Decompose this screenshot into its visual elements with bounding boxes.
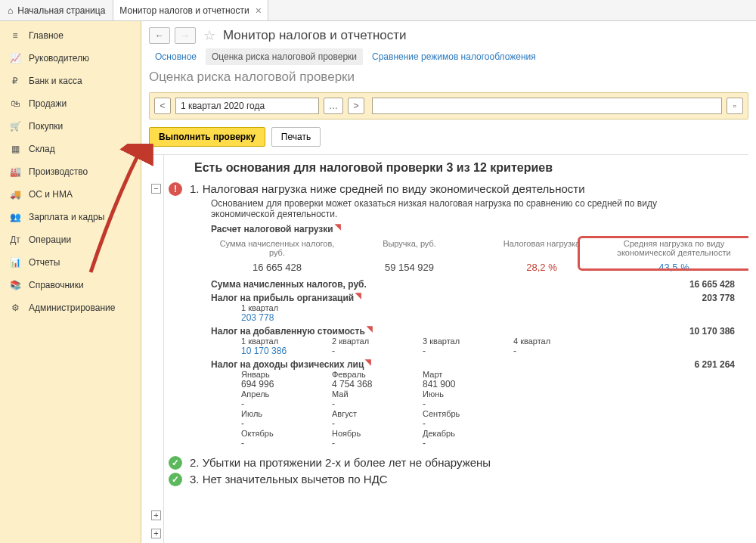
crit-title-text: Налоговая нагрузка ниже средней по виду … <box>203 182 585 195</box>
journal-icon: Дт <box>9 234 21 245</box>
alert-icon: ! <box>169 182 182 196</box>
home-icon: ⌂ <box>8 5 13 16</box>
sum-label: Сумма начисленных налогов, руб. <box>211 279 367 290</box>
sidebar-label: Зарплата и кадры <box>29 212 104 222</box>
criterion-1: ! 1. Налоговая нагрузка ниже средней по … <box>169 182 748 448</box>
sidebar-label: Склад <box>29 144 55 154</box>
sidebar-item-bank[interactable]: ₽Банк и касса <box>0 70 141 92</box>
book-icon: 📚 <box>9 280 21 290</box>
main-content: ← → ☆ Монитор налогов и отчетности Основ… <box>141 21 756 543</box>
sidebar-label: ОС и НМА <box>29 189 73 200</box>
sidebar-item-admin[interactable]: ⚙Администрирование <box>0 296 141 319</box>
sidebar-item-reports[interactable]: 📊Отчеты <box>0 251 141 274</box>
sidebar-label: Отчеты <box>29 257 60 268</box>
collapse-button[interactable]: − <box>151 184 161 194</box>
ruble-icon: ₽ <box>9 76 21 86</box>
org-open-button[interactable]: ▫ <box>727 98 743 114</box>
run-check-button[interactable]: Выполнить проверку <box>149 127 265 147</box>
tax-load-value: 28,2 % <box>476 260 608 275</box>
forward-button[interactable]: → <box>175 27 196 44</box>
calc-heading: Расчет налоговой нагрузки◥ <box>211 224 748 234</box>
chart-icon: 📈 <box>9 53 21 64</box>
sum-row: Сумма начисленных налогов, руб. 16 665 4… <box>211 279 748 290</box>
expand-button-2[interactable]: + <box>151 510 161 520</box>
sidebar-label: Главное <box>29 30 64 41</box>
calc-value: 16 665 428 <box>211 260 343 275</box>
sidebar-label: Руководителю <box>29 53 89 64</box>
sidebar: ≡Главное 📈Руководителю ₽Банк и касса 🛍Пр… <box>0 21 141 543</box>
col-head: Средняя нагрузка по виду экономической д… <box>608 236 740 260</box>
top-tab-bar: ⌂ Начальная страница Монитор налогов и о… <box>0 0 756 21</box>
sidebar-label: Операции <box>29 234 71 245</box>
sub-nav: Основное Оценка риска налоговой проверки… <box>149 48 748 65</box>
report-area: − + + Есть основания для налоговой прове… <box>149 154 748 543</box>
people-icon: 👥 <box>9 212 21 222</box>
tab-label: Монитор налогов и отчетности <box>119 5 249 16</box>
sidebar-item-assets[interactable]: 🚚ОС и НМА <box>0 183 141 206</box>
subtab-compare[interactable]: Сравнение режимов налогообложения <box>366 48 542 65</box>
period-field[interactable]: 1 квартал 2020 года <box>175 98 319 114</box>
favorite-icon[interactable]: ☆ <box>203 27 215 44</box>
sidebar-item-directories[interactable]: 📚Справочники <box>0 274 141 296</box>
expand-button-3[interactable]: + <box>151 529 161 538</box>
home-tab-label: Начальная страница <box>17 5 105 16</box>
sum-value: 16 665 428 <box>689 279 735 290</box>
subtab-risk[interactable]: Оценка риска налоговой проверки <box>206 48 363 65</box>
sidebar-label: Администрирование <box>29 303 115 313</box>
crit-description: Основанием для проверки может оказаться … <box>211 198 710 219</box>
sidebar-item-purchases[interactable]: 🛒Покупки <box>0 115 141 138</box>
pit-block: Налог на доходы физических лиц◥6 291 264… <box>211 359 748 448</box>
criterion-2: ✓ 2. Убытки на протяжении 2-х и более ле… <box>169 456 748 470</box>
vat-block: Налог на добавленную стоимость◥10 170 38… <box>211 326 748 356</box>
print-button[interactable]: Печать <box>271 127 321 147</box>
bag-icon: 🛍 <box>9 98 21 109</box>
profit-tax-block: Налог на прибыль организаций◥203 778 1 к… <box>211 293 748 323</box>
criteria-heading: Есть основания для налоговой проверки 3 … <box>194 161 748 175</box>
check-icon: ✓ <box>169 456 182 470</box>
home-tab[interactable]: ⌂ Начальная страница <box>0 0 113 20</box>
period-toolbar: < 1 квартал 2020 года … > ▫ <box>149 92 748 119</box>
sidebar-item-sales[interactable]: 🛍Продажи <box>0 92 141 115</box>
period-picker-button[interactable]: … <box>324 98 343 114</box>
close-icon[interactable]: × <box>256 5 262 17</box>
tab-monitor[interactable]: Монитор налогов и отчетности × <box>113 0 268 20</box>
factory-icon: 🏭 <box>9 166 21 177</box>
period-next-button[interactable]: > <box>348 98 364 114</box>
sidebar-item-main[interactable]: ≡Главное <box>0 24 141 47</box>
organization-field[interactable] <box>372 98 722 114</box>
report-icon: 📊 <box>9 257 21 268</box>
sidebar-item-manager[interactable]: 📈Руководителю <box>0 47 141 70</box>
sidebar-label: Продажи <box>29 98 67 109</box>
col-head: Сумма начисленных налогов, руб. <box>211 236 343 260</box>
back-button[interactable]: ← <box>149 27 170 44</box>
boxes-icon: ▦ <box>9 144 21 154</box>
sidebar-label: Покупки <box>29 121 63 132</box>
page-title: Монитор налогов и отчетности <box>223 28 407 43</box>
col-head: Налоговая нагрузка <box>476 236 608 260</box>
criterion-3: ✓ 3. Нет значительных вычетов по НДС <box>169 473 748 486</box>
period-prev-button[interactable]: < <box>154 98 171 114</box>
sidebar-item-warehouse[interactable]: ▦Склад <box>0 138 141 160</box>
col-head: Выручка, руб. <box>343 236 476 260</box>
check-icon: ✓ <box>169 473 182 486</box>
subtab-main[interactable]: Основное <box>149 48 203 65</box>
cart-icon: 🛒 <box>9 121 21 132</box>
crit-num: 1. <box>190 182 200 195</box>
gear-icon: ⚙ <box>9 303 21 313</box>
truck-icon: 🚚 <box>9 189 21 200</box>
section-title: Оценка риска налоговой проверки <box>149 70 748 85</box>
sidebar-label: Справочники <box>29 280 84 290</box>
calc-value: 59 154 929 <box>343 260 476 275</box>
sidebar-item-operations[interactable]: ДтОперации <box>0 228 141 251</box>
sidebar-label: Банк и касса <box>29 76 82 86</box>
menu-icon: ≡ <box>9 30 21 41</box>
outline-gutter: − + + <box>149 155 164 543</box>
sidebar-label: Производство <box>29 166 88 177</box>
sidebar-item-hr[interactable]: 👥Зарплата и кадры <box>0 206 141 228</box>
calc-table: Сумма начисленных налогов, руб. Выручка,… <box>211 236 740 275</box>
sidebar-item-production[interactable]: 🏭Производство <box>0 160 141 183</box>
avg-load-value: 43,5 % <box>608 260 740 275</box>
